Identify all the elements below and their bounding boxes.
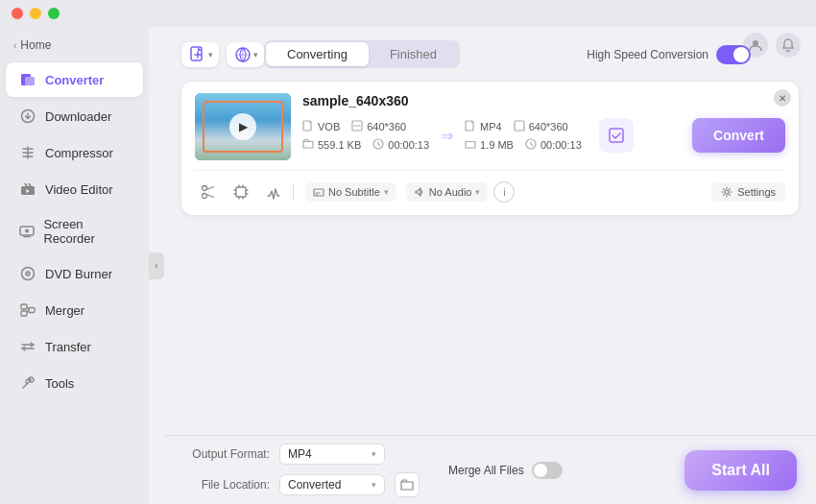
file-location-label: File Location: [183,478,270,492]
header-row: ▾ ▾ Converting Finished [181,40,799,68]
add-url-arrow-icon: ▾ [253,50,258,60]
converter-icon [19,71,36,88]
source-resolution-value: 640*360 [367,121,406,132]
home-arrow-icon: ‹ [13,40,16,51]
maximize-button[interactable] [48,8,60,19]
start-all-button[interactable]: Start All [684,450,797,491]
sidebar-item-transfer[interactable]: Transfer [6,329,143,364]
sidebar-item-video-editor[interactable]: Video Editor [6,172,143,206]
hsc-toggle[interactable] [716,45,751,64]
add-file-button[interactable]: ▾ [181,42,219,67]
merger-icon [19,301,36,319]
svg-point-13 [753,40,758,46]
svg-point-23 [203,186,207,191]
hsc-row: High Speed Conversion [587,45,751,64]
minimize-button[interactable] [30,8,41,19]
output-folder-icon [465,138,476,152]
video-editor-icon [19,180,36,198]
sidebar-item-label-downloader: Downloader [45,109,111,124]
file-location-arrow-icon: ▾ [372,480,376,490]
format-row: VOB 640*360 559.1 KB [302,118,785,153]
app-body: ‹ Home Converter Downloader [0,27,816,504]
audio-select[interactable]: No Audio ▾ [406,182,489,202]
output-file-icon [465,120,476,133]
output-format: MP4 640*360 [465,120,582,133]
home-label: Home [20,38,51,52]
subtitle-icon [313,186,324,198]
titlebar [0,0,816,27]
card-actions: No Subtitle ▾ No Audio ▾ i [195,170,785,204]
output-duration-value: 00:00:13 [540,139,582,151]
audio-value: No Audio [429,186,472,198]
hsc-label: High Speed Conversion [587,48,708,61]
output-format-select[interactable]: MP4 ▾ [279,444,385,465]
output-format-label: Output Format: [183,447,270,461]
crop-tool-button[interactable] [228,180,254,204]
output-resolution-value: 640*360 [529,121,568,132]
sidebar: ‹ Home Converter Downloader [0,27,149,504]
transfer-icon [19,338,36,355]
settings-button[interactable]: Settings [711,182,785,202]
svg-rect-9 [21,304,27,309]
output-size: 1.9 MB 00:00:13 [465,138,582,152]
sidebar-item-label-merger: Merger [45,303,84,318]
effects-tool-button[interactable] [260,180,287,204]
svg-point-27 [725,190,729,194]
tab-finished[interactable]: Finished [369,42,458,66]
subtitle-select[interactable]: No Subtitle ▾ [305,182,396,202]
tools-icon [19,374,36,392]
file-info: sample_640x360 VOB [302,93,785,153]
cut-tool-button[interactable] [195,180,222,204]
sidebar-home[interactable]: ‹ Home [0,35,149,61]
sidebar-item-label-compressor: Compressor [45,146,113,160]
source-duration-value: 00:00:13 [388,139,429,151]
bottom-bar: Output Format: MP4 ▾ File Location: Conv… [164,435,816,504]
sidebar-item-downloader[interactable]: Downloader [6,99,143,133]
audio-icon [414,186,425,198]
info-button[interactable]: i [493,181,515,203]
sidebar-item-compressor[interactable]: Compressor [6,135,143,170]
compressor-icon [19,144,36,161]
output-format-selected: MP4 [288,447,312,461]
add-url-icon [234,46,252,63]
add-url-button[interactable]: ▾ [227,42,264,67]
file-location-row: File Location: Converted ▾ [183,472,420,497]
notification-icon[interactable] [776,33,801,58]
sidebar-item-converter[interactable]: Converter [6,62,143,97]
source-size: 559.1 KB 00:00:13 [302,138,429,152]
sidebar-item-screen-recorder[interactable]: Screen Recorder [6,208,143,254]
sidebar-item-label-dvd-burner: DVD Burner [45,267,112,281]
file-name: sample_640x360 [302,93,785,108]
subtitle-arrow-icon: ▾ [384,187,389,197]
top-right-icons [743,33,801,58]
tab-switcher: Converting Finished [264,40,460,68]
svg-rect-20 [515,121,524,131]
folder-icon [302,138,314,152]
source-format-value: VOB [318,121,340,132]
sidebar-item-merger[interactable]: Merger [6,293,143,327]
svg-point-24 [203,194,207,199]
output-format-col: MP4 640*360 1.9 MB [465,120,582,152]
merge-all-toggle[interactable] [532,462,563,479]
merge-all-label: Merge All Files [448,464,524,477]
divider [293,183,294,201]
play-button[interactable]: ▶ [229,113,256,140]
card-close-button[interactable]: ✕ [774,89,791,107]
browse-folder-button[interactable] [395,472,420,497]
source-format: VOB 640*360 [302,120,429,133]
sidebar-item-dvd-burner[interactable]: DVD Burner [6,256,143,291]
svg-rect-10 [21,311,27,316]
file-location-select[interactable]: Converted ▾ [279,474,385,495]
tab-converting[interactable]: Converting [266,42,369,66]
save-settings-button[interactable] [599,118,634,153]
downloader-icon [19,108,36,125]
thumbnail-overlay: ▶ [195,93,291,160]
sidebar-item-tools[interactable]: Tools [6,366,143,400]
close-button[interactable] [12,8,23,19]
card-top: ▶ sample_640x360 VOB [195,93,785,160]
subtitle-value: No Subtitle [328,186,380,198]
file-icon [302,120,314,133]
dvd-burner-icon [19,265,36,282]
convert-button[interactable]: Convert [692,118,785,153]
sidebar-collapse-button[interactable]: ‹ [149,252,164,279]
